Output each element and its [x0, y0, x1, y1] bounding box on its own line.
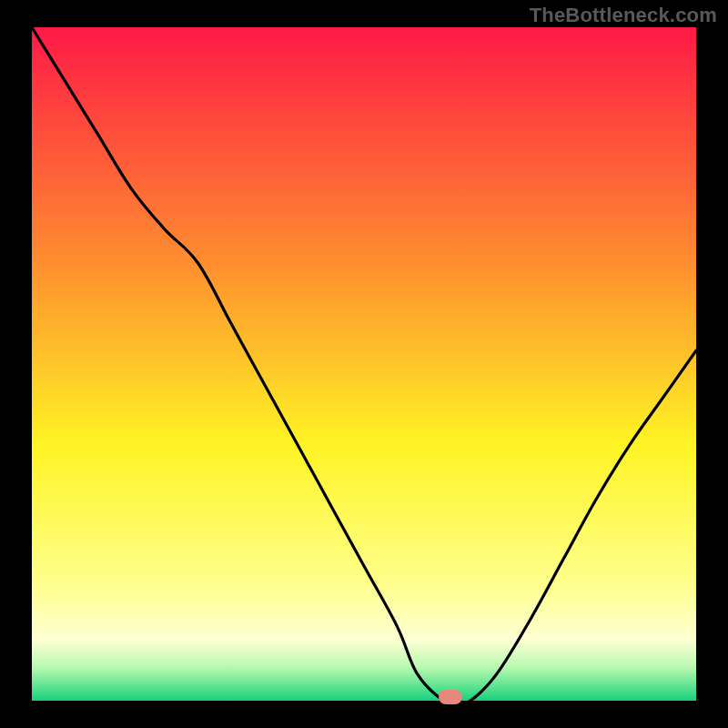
watermark-text: TheBottleneck.com — [530, 4, 717, 27]
chart-frame: TheBottleneck.com — [0, 0, 728, 728]
chart-svg — [32, 27, 696, 701]
plot-area — [32, 27, 696, 701]
gradient-background — [32, 27, 696, 701]
optimum-marker — [439, 690, 462, 704]
